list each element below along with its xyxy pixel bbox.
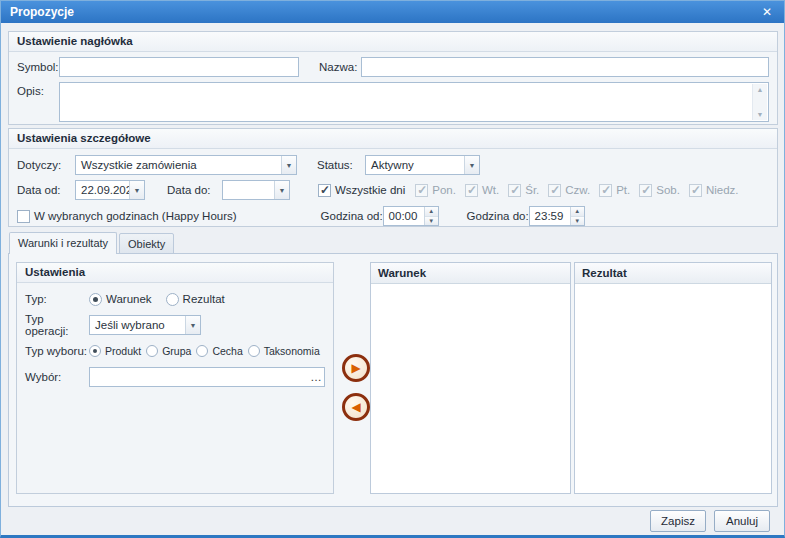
radio-cecha[interactable]: Cecha: [196, 345, 242, 357]
spin-up-icon[interactable]: ▲: [571, 207, 584, 216]
chevron-down-icon: ▼: [190, 322, 197, 329]
move-right-button[interactable]: ▶: [342, 354, 370, 382]
checkbox-wt[interactable]: Wt.: [465, 184, 499, 197]
tab-panel-warunki-i-rezultaty: Ustawienia Typ: Warunek Rezultat Typ ope…: [8, 253, 778, 507]
rezultat-list[interactable]: [575, 284, 771, 493]
scroll-up-icon[interactable]: ▲: [757, 84, 764, 95]
godzina-do-value: 23:59: [530, 207, 570, 225]
titlebar[interactable]: Propozycje ✕: [1, 1, 784, 23]
window-title: Propozycje: [10, 5, 759, 19]
radio-label: Produkt: [105, 345, 141, 357]
checkbox-box: [689, 184, 702, 197]
radio-grupa[interactable]: Grupa: [146, 345, 191, 357]
chevron-down-icon: ▼: [279, 187, 286, 194]
godzina-do-label: Godzina do:: [467, 210, 529, 222]
radio-dot: [248, 345, 260, 357]
status-dropdown-button[interactable]: ▼: [464, 156, 479, 174]
condition-settings-caption: Ustawienia: [17, 263, 333, 283]
opis-textarea[interactable]: [60, 83, 768, 121]
radio-dot: [146, 345, 158, 357]
godzina-do-spin-buttons: ▲ ▼: [570, 207, 584, 225]
radio-taksonomia[interactable]: Taksonomia: [248, 345, 320, 357]
spin-up-icon[interactable]: ▲: [425, 207, 438, 216]
checkbox-wszystkie-dni[interactable]: Wszystkie dni: [318, 184, 405, 197]
wybor-input[interactable]: [90, 368, 308, 386]
data-od-value: 22.09.2022: [76, 181, 129, 199]
checkbox-niedz[interactable]: Niedz.: [689, 184, 739, 197]
nazwa-label: Nazwa:: [319, 61, 361, 73]
header-settings-group: Ustawienie nagłówka Symbol: Nazwa: Opis:…: [8, 31, 778, 125]
radio-produkt[interactable]: Produkt: [89, 345, 141, 357]
tab-obiekty[interactable]: Obiekty: [119, 233, 174, 254]
data-od-dropdown-button[interactable]: ▼: [129, 181, 144, 199]
opis-scrollbar[interactable]: ▲ ▼: [752, 84, 767, 120]
data-do-dropdown-button[interactable]: ▼: [274, 181, 289, 199]
checkbox-box: [318, 184, 331, 197]
typ-operacji-select[interactable]: Jeśli wybrano ▼: [89, 315, 201, 335]
typ-label: Typ:: [25, 293, 89, 305]
radio-label: Grupa: [162, 345, 191, 357]
data-od-label: Data od:: [17, 184, 75, 196]
cancel-button[interactable]: Anuluj: [714, 510, 770, 532]
typ-operacji-label: Typ operacji:: [25, 313, 89, 337]
save-button[interactable]: Zapisz: [650, 510, 706, 532]
opis-field: ▲ ▼: [59, 82, 769, 122]
checkbox-label: Niedz.: [706, 184, 739, 196]
checkbox-box: [415, 184, 428, 197]
warunek-header: Warunek: [371, 263, 570, 284]
typ-wyboru-label: Typ wyboru:: [25, 345, 89, 357]
header-settings-caption: Ustawienie nagłówka: [9, 32, 777, 52]
spin-down-icon[interactable]: ▼: [571, 216, 584, 226]
status-label: Status:: [317, 159, 365, 171]
checkbox-label: Wszystkie dni: [335, 184, 405, 196]
checkbox-label: Pt.: [616, 184, 630, 196]
checkbox-pt[interactable]: Pt.: [599, 184, 630, 197]
checkbox-label: W wybranych godzinach (Happy Hours): [34, 210, 237, 222]
typ-operacji-dropdown-button[interactable]: ▼: [185, 316, 200, 334]
spin-down-icon[interactable]: ▼: [425, 216, 438, 226]
symbol-input[interactable]: [59, 57, 299, 77]
nazwa-input[interactable]: [361, 57, 769, 77]
move-left-button[interactable]: ◀: [342, 393, 370, 421]
checkbox-box: [548, 184, 561, 197]
arrow-left-icon: ◀: [351, 400, 360, 414]
warunek-list[interactable]: [371, 284, 570, 493]
chevron-down-icon: ▼: [134, 187, 141, 194]
propozycje-dialog: Propozycje ✕ Ustawienie nagłówka Symbol:…: [0, 0, 785, 538]
dotyczy-value: Wszystkie zamówienia: [76, 156, 281, 174]
data-od-picker[interactable]: 22.09.2022 ▼: [75, 180, 145, 200]
checkbox-label: Śr.: [525, 184, 539, 196]
checkbox-sr[interactable]: Śr.: [508, 184, 539, 197]
radio-dot: [89, 345, 101, 357]
radio-label: Taksonomia: [264, 345, 320, 357]
radio-warunek[interactable]: Warunek: [89, 293, 152, 306]
arrow-right-icon: ▶: [351, 361, 360, 375]
data-do-picker[interactable]: ▼: [222, 180, 290, 200]
godzina-do-spinner[interactable]: 23:59 ▲ ▼: [529, 206, 585, 226]
scroll-down-icon[interactable]: ▼: [757, 109, 764, 120]
checkbox-sob[interactable]: Sob.: [639, 184, 680, 197]
checkbox-czw[interactable]: Czw.: [548, 184, 590, 197]
close-icon[interactable]: ✕: [759, 5, 775, 19]
dotyczy-dropdown-button[interactable]: ▼: [281, 156, 296, 174]
radio-rezultat[interactable]: Rezultat: [166, 293, 225, 306]
opis-label: Opis:: [17, 82, 59, 97]
checkbox-label: Czw.: [565, 184, 590, 196]
radio-label: Warunek: [106, 293, 152, 305]
status-select[interactable]: Aktywny ▼: [365, 155, 480, 175]
typ-operacji-value: Jeśli wybrano: [90, 316, 185, 334]
godzina-od-value: 00:00: [384, 207, 424, 225]
chevron-down-icon: ▼: [469, 162, 476, 169]
detail-settings-caption: Ustawienia szczegółowe: [9, 129, 777, 149]
tab-warunki-i-rezultaty[interactable]: Warunki i rezultaty: [9, 232, 117, 254]
wybor-ellipsis-button[interactable]: …: [308, 368, 324, 386]
checkbox-label: Pon.: [432, 184, 456, 196]
checkbox-happy-hours[interactable]: W wybranych godzinach (Happy Hours): [17, 210, 237, 223]
godzina-od-spinner[interactable]: 00:00 ▲ ▼: [383, 206, 439, 226]
dotyczy-select[interactable]: Wszystkie zamówienia ▼: [75, 155, 297, 175]
checkbox-pon[interactable]: Pon.: [415, 184, 456, 197]
wybor-field: …: [89, 367, 325, 387]
status-value: Aktywny: [366, 156, 464, 174]
radio-label: Cecha: [212, 345, 242, 357]
tab-strip: Warunki i rezultaty Obiekty: [9, 232, 176, 254]
